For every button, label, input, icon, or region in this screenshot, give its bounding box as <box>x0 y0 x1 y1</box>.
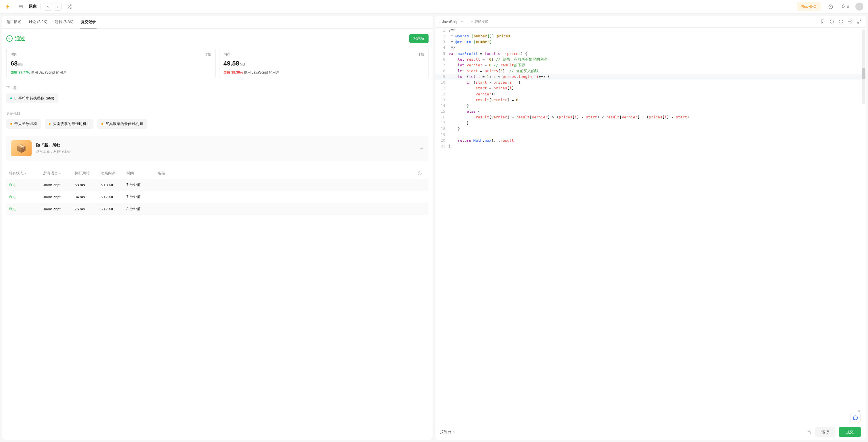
submissions-header: 所有状态 ▾ 所有语言 ▾ 执行用时 消耗内存 时间 备注 <box>6 168 429 179</box>
challenge-chip[interactable]: 买卖股票的最佳时机 III <box>97 119 147 129</box>
divider <box>467 19 467 24</box>
left-panel: 题目描述 讨论 (3.2K) 题解 (6.3K) 提交记录 通过 写题解 <box>2 16 433 440</box>
status-dot-icon <box>471 21 473 22</box>
editor-header: i JavaScript ▾ 智能模式 <box>435 16 866 28</box>
next-label: 下一题 <box>6 86 429 91</box>
svg-line-8 <box>858 22 859 23</box>
next-button[interactable] <box>54 3 62 11</box>
plus-member-button[interactable]: Plus 会员 <box>797 2 820 11</box>
scrollbar[interactable] <box>862 29 865 104</box>
metric-time-unit: ms <box>18 62 23 66</box>
header-status[interactable]: 所有状态 ▾ <box>9 171 43 176</box>
logo-icon[interactable] <box>5 3 11 10</box>
code-editor[interactable]: 1/**2 * @param {number[]} prices3 * @ret… <box>435 28 866 424</box>
tab-solutions[interactable]: 题解 (6.3K) <box>54 16 74 28</box>
streak-count: 0 <box>847 5 849 9</box>
nav-buttons <box>44 3 62 11</box>
chevron-down-icon: ▾ <box>59 172 61 175</box>
header-runtime: 执行用时 <box>75 171 100 176</box>
table-row[interactable]: 通过JavaScript68 ms50.8 MB7 分钟前 <box>6 179 429 191</box>
chevron-down-icon: ▾ <box>25 172 26 175</box>
metric-time: 时间 详情 68ms 击败 97.77% 使用 JavaScript 的用户 <box>6 48 216 79</box>
metric-time-detail[interactable]: 详情 <box>205 52 211 57</box>
shuffle-icon[interactable] <box>65 3 73 11</box>
run-button[interactable]: 运行 <box>815 427 835 437</box>
promo-image: 📦 <box>11 140 32 156</box>
submit-button[interactable]: 提交 <box>839 427 861 437</box>
difficulty-dot-icon <box>49 123 51 125</box>
topbar: 题库 Plus 会员 0 <box>0 0 868 13</box>
header-lang[interactable]: 所有语言 ▾ <box>43 171 75 176</box>
avatar[interactable] <box>855 3 863 11</box>
smart-mode[interactable]: 智能模式 <box>471 19 488 24</box>
chevron-down-icon: ▾ <box>461 20 463 23</box>
status-text: 通过 <box>15 35 25 42</box>
language-selector[interactable]: i JavaScript ▾ <box>439 20 463 24</box>
promo-banner[interactable]: 📦 随「新」所欲 这次上新，对你很上心 <box>6 136 429 161</box>
console-toggle[interactable]: 控制台 <box>440 429 455 435</box>
submissions-table: 所有状态 ▾ 所有语言 ▾ 执行用时 消耗内存 时间 备注 通过JavaScri… <box>6 168 429 215</box>
list-icon[interactable] <box>17 2 25 11</box>
promo-subtitle: 这次上新，对你很上心 <box>36 149 414 154</box>
header-time: 时间 <box>126 171 158 176</box>
tab-description[interactable]: 题目描述 <box>6 16 22 28</box>
tab-submissions[interactable]: 提交记录 <box>81 16 96 28</box>
svg-point-5 <box>419 173 420 174</box>
settings-icon[interactable] <box>848 19 852 24</box>
gear-icon[interactable] <box>417 171 426 175</box>
metric-time-value: 68 <box>11 60 18 67</box>
sparkle-icon[interactable] <box>807 429 812 435</box>
difficulty-dot-icon <box>10 97 12 99</box>
more-challenges: 最大子数组和 买卖股票的最佳时机 II 买卖股票的最佳时机 III <box>6 119 429 131</box>
prev-button[interactable] <box>44 3 52 11</box>
metric-memory-unit: MB <box>240 62 245 66</box>
next-problem-chip[interactable]: 8. 字符串转换整数 (atoi) <box>6 93 58 103</box>
header-memory: 消耗内存 <box>100 171 126 176</box>
right-panel: i JavaScript ▾ 智能模式 <box>435 16 866 440</box>
status-accepted: 通过 <box>6 35 25 42</box>
table-row[interactable]: 通过JavaScript76 ms50.7 MB8 分钟前 <box>6 203 429 215</box>
challenge-chip[interactable]: 买卖股票的最佳时机 II <box>45 119 94 129</box>
bookmark-icon[interactable] <box>820 19 825 24</box>
info-icon: i <box>439 20 440 24</box>
chat-fab[interactable] <box>850 413 861 423</box>
svg-line-7 <box>860 20 861 21</box>
metric-memory-label: 内存 <box>223 52 230 57</box>
top-title[interactable]: 题库 <box>29 4 37 9</box>
metric-memory: 内存 详情 49.58MB 击败 38.30% 使用 JavaScript 的用… <box>219 48 429 79</box>
divider <box>40 4 40 9</box>
header-note: 备注 <box>158 171 417 176</box>
timer-icon[interactable] <box>826 2 835 11</box>
streak-counter[interactable]: 0 <box>841 4 849 9</box>
metric-time-label: 时间 <box>11 52 18 57</box>
language-label: JavaScript <box>442 20 460 24</box>
scrollbar-thumb[interactable] <box>862 68 865 79</box>
tab-discuss[interactable]: 讨论 (3.2K) <box>28 16 48 28</box>
metric-memory-detail[interactable]: 详情 <box>417 52 424 57</box>
difficulty-dot-icon <box>101 123 103 125</box>
tabs: 题目描述 讨论 (3.2K) 题解 (6.3K) 提交记录 <box>2 16 433 29</box>
promo-title: 随「新」所欲 <box>36 143 414 148</box>
table-row[interactable]: 通过JavaScript84 ms50.7 MB7 分钟前 <box>6 191 429 203</box>
more-label: 更多挑战 <box>6 111 429 116</box>
fullscreen-icon[interactable] <box>857 19 862 24</box>
arrow-right-icon <box>419 146 424 151</box>
metric-memory-value: 49.58 <box>223 60 239 67</box>
reset-icon[interactable] <box>830 19 834 24</box>
next-problem-text: 8. 字符串转换整数 (atoi) <box>14 96 54 101</box>
challenge-chip[interactable]: 最大子数组和 <box>6 119 41 129</box>
write-solution-button[interactable]: 写题解 <box>409 34 429 43</box>
keyboard-icon[interactable] <box>839 19 843 24</box>
svg-point-6 <box>849 21 851 22</box>
check-icon <box>6 35 13 42</box>
difficulty-dot-icon <box>10 123 12 125</box>
editor-footer: 控制台 运行 提交 <box>435 424 866 440</box>
